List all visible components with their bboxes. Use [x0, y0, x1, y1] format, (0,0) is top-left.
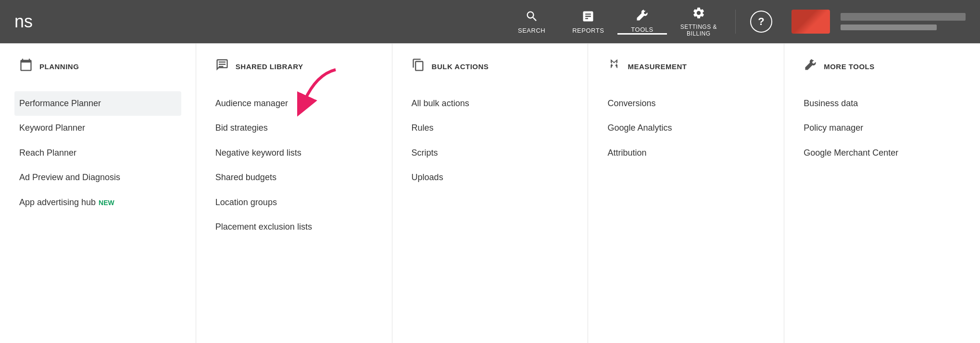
measurement-title: MEASUREMENT	[628, 62, 687, 71]
account-sub-bar	[841, 24, 937, 30]
settings-label: SETTINGS & BILLING	[680, 24, 717, 37]
bulk-actions-header: BULK ACTIONS	[412, 58, 569, 77]
bid-strategies-item[interactable]: Bid strategies	[215, 116, 373, 140]
reach-planner-item[interactable]: Reach Planner	[19, 141, 176, 165]
planning-header: PLANNING	[19, 58, 176, 77]
bulk-actions-section: BULK ACTIONS All bulk actions Rules Scri…	[392, 44, 589, 343]
bulk-actions-icon	[412, 58, 425, 75]
policy-manager-item[interactable]: Policy manager	[804, 116, 961, 140]
attribution-item[interactable]: Attribution	[607, 141, 765, 165]
keyword-planner-item[interactable]: Keyword Planner	[19, 116, 176, 140]
performance-planner-item[interactable]: Performance Planner	[14, 91, 181, 116]
location-groups-item[interactable]: Location groups	[215, 190, 373, 215]
audience-manager-item[interactable]: Audience manager	[215, 91, 373, 116]
settings-icon	[692, 6, 705, 22]
business-data-item[interactable]: Business data	[804, 91, 961, 116]
search-nav-button[interactable]: SEARCH	[504, 10, 559, 34]
app-hub-item[interactable]: App advertising hubNEW	[19, 190, 176, 215]
negative-keywords-item[interactable]: Negative keyword lists	[215, 141, 373, 165]
more-tools-section: MORE TOOLS Business data Policy manager …	[784, 44, 980, 343]
planning-title: PLANNING	[39, 62, 79, 71]
nav-divider	[735, 10, 736, 34]
reports-label: REPORTS	[572, 27, 604, 34]
help-button[interactable]: ?	[750, 11, 772, 33]
shared-library-header: SHARED LIBRARY	[215, 58, 373, 77]
app-hub-label: App advertising hub	[19, 197, 96, 207]
planning-icon	[19, 58, 33, 75]
search-label: SEARCH	[518, 27, 545, 34]
tools-icon	[635, 9, 649, 24]
google-analytics-item[interactable]: Google Analytics	[607, 116, 765, 140]
user-avatar[interactable]	[792, 10, 830, 34]
measurement-icon	[607, 58, 621, 75]
top-navigation: ns SEARCH REPORTS TOOL	[0, 0, 980, 43]
shared-library-title: SHARED LIBRARY	[236, 62, 303, 71]
conversions-item[interactable]: Conversions	[607, 91, 765, 116]
reports-icon	[581, 10, 595, 25]
search-icon	[525, 10, 539, 25]
shared-budgets-item[interactable]: Shared budgets	[215, 165, 373, 190]
google-merchant-item[interactable]: Google Merchant Center	[804, 141, 961, 165]
reports-nav-button[interactable]: REPORTS	[559, 10, 617, 34]
account-name-bar	[841, 13, 966, 21]
shared-library-icon	[215, 58, 229, 75]
nav-icon-group: SEARCH REPORTS TOOLS	[504, 6, 966, 37]
settings-nav-button[interactable]: SETTINGS & BILLING	[667, 6, 730, 37]
help-icon: ?	[758, 15, 764, 28]
ad-preview-item[interactable]: Ad Preview and Diagnosis	[19, 165, 176, 190]
bulk-actions-title: BULK ACTIONS	[432, 62, 489, 71]
planning-section: PLANNING Performance Planner Keyword Pla…	[0, 44, 196, 343]
all-bulk-actions-item[interactable]: All bulk actions	[412, 91, 569, 116]
new-badge: NEW	[99, 199, 114, 207]
tools-dropdown-menu: PLANNING Performance Planner Keyword Pla…	[0, 43, 980, 343]
app-title: ns	[14, 12, 33, 32]
uploads-item[interactable]: Uploads	[412, 165, 569, 190]
more-tools-title: MORE TOOLS	[824, 62, 875, 71]
more-tools-header: MORE TOOLS	[804, 58, 961, 77]
more-tools-icon	[804, 58, 817, 75]
rules-item[interactable]: Rules	[412, 116, 569, 140]
tools-label: TOOLS	[631, 26, 653, 33]
measurement-header: MEASUREMENT	[607, 58, 765, 77]
shared-library-section: SHARED LIBRARY Audience manager Bid stra…	[196, 44, 392, 343]
measurement-section: MEASUREMENT Conversions Google Analytics…	[588, 44, 784, 343]
scripts-item[interactable]: Scripts	[412, 141, 569, 165]
tools-nav-button[interactable]: TOOLS	[617, 9, 666, 35]
placement-exclusion-item[interactable]: Placement exclusion lists	[215, 215, 373, 239]
